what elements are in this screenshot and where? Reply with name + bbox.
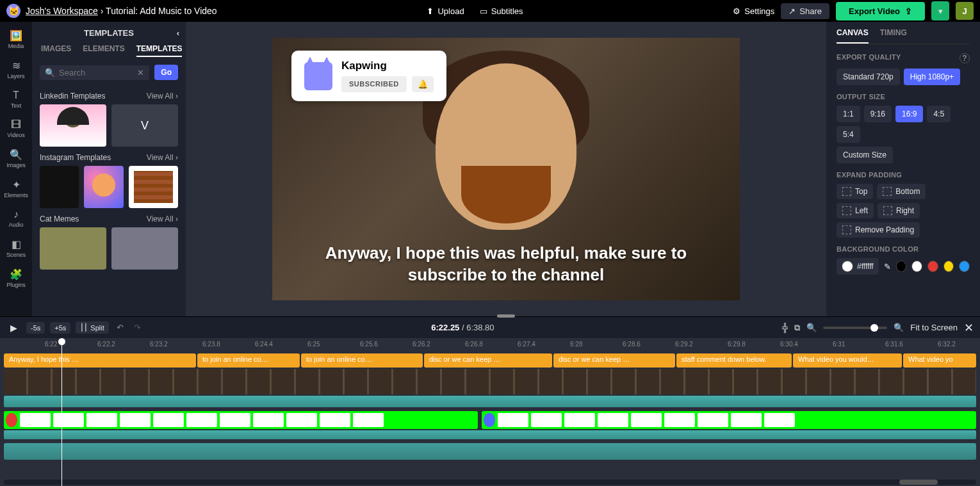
magnet-icon[interactable]: ⧉ <box>794 323 800 333</box>
timeline[interactable]: 6:22 6:22.2 6:23.2 6:23.8 6:24.4 6:25 6:… <box>0 338 980 486</box>
ratio-4-5[interactable]: 4:5 <box>927 106 951 122</box>
scroll-thumb[interactable] <box>899 480 938 485</box>
tool-layers[interactable]: ≋Layers <box>0 56 32 83</box>
tool-scenes[interactable]: ◧Scenes <box>0 234 32 262</box>
tool-media[interactable]: 🖼️Media <box>0 26 32 53</box>
subtitle-clip[interactable]: to join an online co… <box>301 353 423 368</box>
snap-icon[interactable]: ╬ <box>782 323 788 332</box>
remove-padding[interactable]: Remove Padding <box>837 222 920 238</box>
subtitles-track[interactable]: Anyway, I hope this … to join an online … <box>4 353 976 368</box>
tool-images[interactable]: 🔍Images <box>0 145 32 172</box>
ratio-5-4[interactable]: 5:4 <box>837 126 860 143</box>
avatar[interactable]: J <box>956 2 974 20</box>
close-icon[interactable]: ✕ <box>964 321 974 335</box>
zoom-in-icon[interactable]: 🔍 <box>894 323 904 332</box>
resize-handle[interactable] <box>497 314 515 318</box>
template-thumb[interactable] <box>40 227 106 270</box>
zoom-slider[interactable] <box>823 327 887 329</box>
subtitle-clip[interactable]: staff comment down below. <box>676 353 792 368</box>
overlay-clip[interactable] <box>120 413 151 427</box>
audio-track[interactable] <box>4 443 976 460</box>
export-dropdown[interactable]: ▾ <box>931 1 949 20</box>
canvas-area[interactable]: Kapwing SUBSCRIBED 🔔 Anyway, I hope this… <box>186 22 826 316</box>
template-thumb[interactable] <box>84 166 123 208</box>
workspace-link[interactable]: Josh's Workspace <box>26 6 98 16</box>
quality-720p[interactable]: Standard 720p <box>837 69 900 85</box>
quality-1080p[interactable]: High 1080p+ <box>904 69 960 85</box>
overlay-clip[interactable] <box>531 413 562 427</box>
subtitle-clip[interactable]: What video you would… <box>793 353 902 368</box>
subtitle-clip[interactable]: to join an online co… <box>197 353 300 368</box>
ratio-16-9[interactable]: 16:9 <box>895 106 923 122</box>
view-all-link[interactable]: View All › <box>147 153 178 162</box>
collapse-icon[interactable]: ‹ <box>177 28 179 38</box>
waveform-track[interactable] <box>4 396 976 407</box>
pad-bottom[interactable]: Bottom <box>877 184 926 199</box>
color-yellow[interactable] <box>943 261 954 272</box>
tab-timing[interactable]: TIMING <box>880 28 907 44</box>
overlay-clip[interactable] <box>253 413 284 427</box>
waveform-track[interactable] <box>4 430 976 439</box>
template-thumb[interactable] <box>129 166 178 208</box>
video-track[interactable] <box>4 369 976 394</box>
subtitle-clip[interactable]: disc or we can keep … <box>553 353 675 368</box>
overlay-clip[interactable] <box>353 413 384 427</box>
tool-audio[interactable]: ♪Audio <box>0 205 32 232</box>
overlay-clip[interactable] <box>20 413 51 427</box>
share-button[interactable]: ↗ Share <box>781 3 829 19</box>
fwd-5s-button[interactable]: +5s <box>50 322 70 334</box>
pad-top[interactable]: Top <box>837 184 873 199</box>
redo-button[interactable]: ↷ <box>131 323 143 332</box>
tab-templates[interactable]: TEMPLATES <box>136 44 183 57</box>
bg-color-input[interactable]: #ffffff <box>837 258 879 275</box>
overlay-clip[interactable] <box>484 413 495 427</box>
upload-button[interactable]: ⬆ Upload <box>427 6 464 16</box>
overlay-clip[interactable] <box>320 413 350 427</box>
tool-text[interactable]: TText <box>0 86 32 113</box>
overlay-clip[interactable] <box>153 413 184 427</box>
video-preview[interactable]: Kapwing SUBSCRIBED 🔔 Anyway, I hope this… <box>272 38 740 300</box>
tab-images[interactable]: IMAGES <box>41 44 71 57</box>
search-input[interactable] <box>59 68 133 77</box>
subtitle-clip[interactable]: disc or we can keep … <box>424 353 552 368</box>
view-all-link[interactable]: View All › <box>147 92 178 101</box>
clear-icon[interactable]: ✕ <box>137 68 144 77</box>
template-thumb[interactable]: V <box>111 104 178 147</box>
help-icon[interactable]: ? <box>960 53 970 63</box>
color-black[interactable] <box>896 261 907 272</box>
overlay-clip[interactable] <box>764 413 795 427</box>
search-box[interactable]: 🔍 ✕ <box>40 65 149 80</box>
fit-to-screen-button[interactable]: Fit to Screen <box>910 323 958 332</box>
overlay-track[interactable] <box>4 411 478 429</box>
color-blue[interactable] <box>959 261 970 272</box>
tab-elements[interactable]: ELEMENTS <box>83 44 124 57</box>
zoom-out-icon[interactable]: 🔍 <box>806 323 817 332</box>
color-white[interactable] <box>911 261 922 272</box>
overlay-track[interactable] <box>482 411 976 429</box>
subtitle-clip[interactable]: Anyway, I hope this … <box>4 353 196 368</box>
ratio-9-16[interactable]: 9:16 <box>864 106 892 122</box>
app-logo[interactable]: 🐱 <box>6 4 20 18</box>
overlay-clip[interactable] <box>86 413 117 427</box>
overlay-clip[interactable] <box>53 413 84 427</box>
eyedropper-icon[interactable]: ✎ <box>884 262 891 271</box>
overlay-clip[interactable] <box>731 413 762 427</box>
overlay-clip[interactable] <box>598 413 628 427</box>
settings-button[interactable]: ⚙ Settings <box>733 6 774 16</box>
view-all-link[interactable]: View All › <box>147 215 178 223</box>
ratio-1-1[interactable]: 1:1 <box>837 106 860 122</box>
tool-videos[interactable]: 🎞Videos <box>0 115 32 142</box>
overlay-clip[interactable] <box>664 413 695 427</box>
play-button[interactable]: ▶ <box>6 323 21 333</box>
undo-button[interactable]: ↶ <box>114 323 126 332</box>
subtitles-button[interactable]: ▭ Subtitles <box>480 6 523 16</box>
overlay-clip[interactable] <box>564 413 595 427</box>
ruler[interactable]: 6:22 6:22.2 6:23.2 6:23.8 6:24.4 6:25 6:… <box>0 338 980 352</box>
back-5s-button[interactable]: -5s <box>26 322 45 334</box>
go-button[interactable]: Go <box>154 65 178 80</box>
overlay-clip[interactable] <box>6 413 17 427</box>
playhead[interactable] <box>61 338 62 486</box>
export-button[interactable]: Export Video ⇪ <box>836 2 925 20</box>
overlay-clip[interactable] <box>498 413 528 427</box>
subtitle-clip[interactable]: What video yo <box>903 353 976 368</box>
